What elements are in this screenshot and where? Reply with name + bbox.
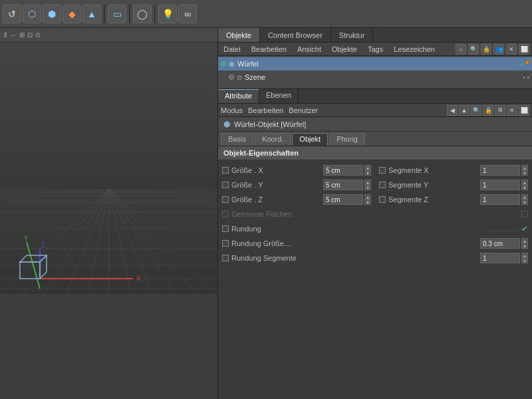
tab-ebenen[interactable]: Ebenen: [259, 89, 299, 103]
spinner-down-rundung-segmente[interactable]: ▼: [522, 259, 527, 263]
menu-icon-house[interactable]: ⌂: [456, 44, 466, 55]
toolbar-icon-4[interactable]: ▲: [82, 5, 101, 23]
checkbox-groesse-z[interactable]: [222, 196, 229, 203]
toolbar-icon-2[interactable]: ⬢: [43, 5, 61, 23]
menu-icon-close[interactable]: ✕: [506, 44, 517, 55]
checkbox-segmente-z[interactable]: [379, 196, 386, 203]
prop-tab-basis[interactable]: Basis: [221, 133, 253, 146]
toolbar-icon-3[interactable]: ◆: [63, 5, 81, 23]
spinner-down-rundung-groesse[interactable]: ▼: [522, 244, 527, 249]
prop-tab-phong[interactable]: Phong: [329, 133, 365, 146]
attr-icon-search[interactable]: 🔍: [471, 105, 481, 116]
menu-ansicht[interactable]: Ansicht: [295, 45, 324, 54]
spinner-rundung-groesse[interactable]: ▲ ▼: [521, 238, 528, 249]
menu-tags[interactable]: Tags: [365, 45, 386, 54]
spinner-segmente-z[interactable]: ▲ ▼: [521, 194, 528, 205]
input-wrap-groesse-x: ▲ ▼: [323, 165, 371, 176]
input-groesse-x[interactable]: [323, 165, 363, 176]
checkbox-groesse-x[interactable]: [222, 167, 229, 174]
scene-item-wuerfel[interactable]: ⬢ Würfel ✔: [218, 57, 532, 70]
input-rundung-groesse[interactable]: [480, 238, 520, 249]
spinner-up-segmente-z[interactable]: ▲: [522, 195, 527, 200]
tab-content-browser[interactable]: Content Browser: [260, 28, 331, 42]
input-segmente-z[interactable]: [480, 194, 520, 205]
input-segmente-x[interactable]: [480, 165, 520, 176]
prop-tab-koord[interactable]: Koord.: [255, 133, 291, 146]
spinner-down-segmente-z[interactable]: ▼: [522, 200, 527, 205]
spinner-up-groesse-z[interactable]: ▲: [365, 195, 370, 200]
toolbar-icon-6[interactable]: ◯: [133, 5, 152, 23]
spinner-down-groesse-z[interactable]: ▼: [365, 200, 370, 205]
toolbar-icon-0[interactable]: ↺: [3, 5, 21, 23]
toolbar-icon-8[interactable]: ∞: [178, 5, 197, 23]
scene-check-mark: ✔: [519, 61, 524, 68]
checkbox-segmente-x[interactable]: [379, 167, 386, 174]
input-groesse-z[interactable]: [323, 194, 363, 205]
checkbox-getrennte-val[interactable]: [521, 211, 528, 217]
spinner-groesse-x[interactable]: ▲ ▼: [364, 165, 371, 176]
spinner-up-groesse-x[interactable]: ▲: [365, 166, 370, 171]
attr-icon-left[interactable]: ◀: [447, 105, 458, 116]
spinner-segmente-y[interactable]: ▲ ▼: [521, 180, 528, 190]
menu-lesezeichen[interactable]: Lesezeichen: [391, 45, 438, 54]
attr-icon-lock[interactable]: 🔒: [483, 105, 493, 116]
spinner-up-groesse-y[interactable]: ▲: [365, 180, 370, 186]
spinner-up-segmente-x[interactable]: ▲: [522, 166, 527, 171]
spinner-up-rundung-groesse[interactable]: ▲: [522, 239, 527, 244]
prop-tab-objekt[interactable]: Objekt: [292, 133, 328, 146]
vt-icon-arrows[interactable]: ⇕ ↔: [3, 31, 17, 39]
scene-dot-wuerfel: [221, 61, 226, 66]
attr-toolbar-icons: ◀ ▲ 🔍 🔒 ⧉ ✕ ⬜: [447, 105, 529, 116]
attr-menu-benutzer[interactable]: Benutzer: [289, 106, 318, 114]
spinner-down-segmente-y[interactable]: ▼: [522, 186, 527, 190]
menu-icon-search[interactable]: 🔍: [468, 44, 479, 55]
attr-icon-close[interactable]: ✕: [507, 105, 517, 116]
tab-objekte[interactable]: Objekte: [218, 28, 260, 42]
properties-grid: Größe . X ▲ ▼ Segmente X: [218, 160, 532, 268]
attr-icon-expand[interactable]: ⬜: [519, 105, 529, 116]
menu-objekte[interactable]: Objekte: [329, 45, 360, 54]
input-rundung-segmente[interactable]: [480, 253, 520, 263]
rundung-checkmark: ✔: [521, 224, 528, 233]
menu-bearbeiten[interactable]: Bearbeiten: [249, 45, 289, 54]
vt-icon-circle[interactable]: ⊙: [35, 31, 41, 39]
scene-szene-dots: • •: [523, 74, 529, 81]
spinner-down-groesse-x[interactable]: ▼: [365, 171, 370, 176]
input-segmente-y[interactable]: [480, 180, 520, 190]
menu-icon-people[interactable]: 👥: [493, 44, 504, 55]
attr-icon-copy[interactable]: ⧉: [495, 105, 505, 116]
spinner-down-groesse-y[interactable]: ▼: [365, 186, 370, 190]
input-wrap-segmente-x: ▲ ▼: [480, 165, 528, 176]
scene-item-szene[interactable]: ⊙ Szene • •: [218, 70, 532, 84]
spinner-down-segmente-x[interactable]: ▼: [522, 171, 527, 176]
menu-datei[interactable]: Datei: [221, 45, 243, 54]
checkbox-rundung-segmente[interactable]: [222, 255, 229, 261]
spinner-groesse-z[interactable]: ▲ ▼: [364, 194, 371, 205]
prop-row-groesse-x: Größe . X ▲ ▼: [218, 163, 375, 178]
checkbox-getrennte-flaechen[interactable]: [222, 211, 229, 217]
input-groesse-y[interactable]: [323, 180, 363, 190]
attr-menu-bearbeiten[interactable]: Bearbeiten: [248, 106, 283, 114]
attr-icon-up[interactable]: ▲: [459, 105, 469, 116]
spinner-groesse-y[interactable]: ▲ ▼: [364, 180, 371, 190]
tab-struktur[interactable]: Struktur: [331, 28, 374, 42]
attr-menu-modus[interactable]: Modus: [221, 106, 243, 114]
checkbox-rundung-groesse[interactable]: [222, 240, 229, 247]
vt-icon-camera[interactable]: ⊡: [27, 31, 33, 39]
rundung-dots: ...........: [489, 225, 519, 233]
tab-attribute[interactable]: Attribute: [218, 89, 259, 103]
vt-icon-settings[interactable]: ⊞: [19, 31, 25, 39]
viewport[interactable]: ⇕ ↔ ⊞ ⊡ ⊙: [0, 28, 218, 399]
spinner-up-segmente-y[interactable]: ▲: [522, 180, 527, 186]
spinner-segmente-x[interactable]: ▲ ▼: [521, 165, 528, 176]
toolbar-icon-1[interactable]: ⬡: [23, 5, 41, 23]
menu-icon-expand[interactable]: ⬜: [519, 44, 529, 55]
checkbox-rundung[interactable]: [222, 225, 229, 232]
toolbar-icon-5[interactable]: ▭: [108, 5, 126, 23]
menu-icon-lock[interactable]: 🔒: [481, 44, 491, 55]
toolbar-icon-7[interactable]: 💡: [158, 5, 177, 23]
spinner-up-rundung-segmente[interactable]: ▲: [522, 253, 527, 259]
checkbox-segmente-y[interactable]: [379, 182, 386, 188]
spinner-rundung-segmente[interactable]: ▲ ▼: [521, 253, 528, 263]
checkbox-groesse-y[interactable]: [222, 182, 229, 188]
